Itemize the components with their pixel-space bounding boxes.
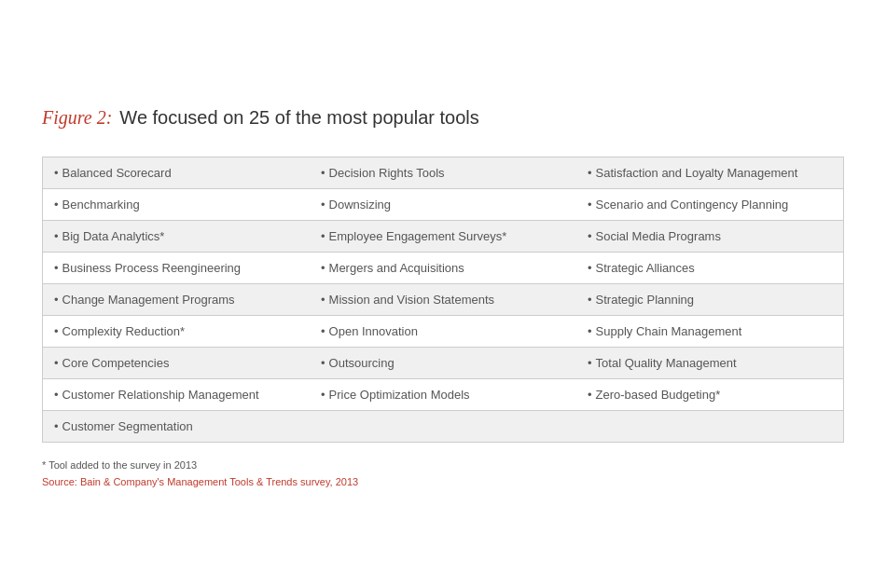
table-cell: •Core Competencies [43, 348, 310, 378]
bullet-icon: • [321, 198, 325, 212]
bullet-icon: • [588, 293, 592, 307]
bullet-icon: • [588, 324, 592, 338]
bullet-icon: • [321, 356, 325, 370]
table-cell: •Change Management Programs [43, 284, 310, 315]
table-cell: •Downsizing [310, 189, 576, 220]
page-title: We focused on 25 of the most popular too… [119, 107, 478, 129]
table-cell: •Satisfaction and Loyalty Management [576, 157, 843, 188]
cell-text: Zero-based Budgeting* [596, 388, 721, 402]
cell-text: Satisfaction and Loyalty Management [596, 166, 798, 180]
table-cell: •Mergers and Acquisitions [310, 253, 576, 283]
cell-text: Price Optimization Models [329, 388, 470, 402]
table-cell: •Scenario and Contingency Planning [576, 189, 843, 220]
bullet-icon: • [588, 261, 592, 275]
table-cell [576, 411, 843, 442]
table-row: •Core Competencies•Outsourcing•Total Qua… [43, 348, 843, 379]
title-row: Figure 2: We focused on 25 of the most p… [42, 107, 844, 129]
table-row: •Change Management Programs•Mission and … [43, 284, 843, 316]
cell-text: Balanced Scorecard [62, 166, 172, 180]
bullet-icon: • [54, 356, 59, 370]
bullet-icon: • [54, 166, 59, 180]
cell-text: Business Process Reengineering [62, 261, 242, 275]
bullet-icon: • [54, 293, 59, 307]
table-cell: •Total Quality Management [576, 348, 843, 378]
bullet-icon: • [588, 229, 592, 243]
page-container: Figure 2: We focused on 25 of the most p… [23, 79, 863, 509]
table-cell: •Open Innovation [310, 316, 576, 347]
table-cell: •Balanced Scorecard [43, 157, 310, 188]
table-cell: •Complexity Reduction* [43, 316, 310, 347]
cell-text: Downsizing [329, 198, 391, 212]
table-cell: •Business Process Reengineering [43, 253, 310, 283]
bullet-icon: • [321, 388, 325, 402]
cell-text: Benchmarking [62, 198, 140, 212]
cell-text: Mission and Vision Statements [329, 293, 495, 307]
table-cell: •Decision Rights Tools [310, 157, 576, 188]
bullet-icon: • [321, 261, 325, 275]
bullet-icon: • [321, 324, 325, 338]
table-cell: •Price Optimization Models [310, 379, 576, 410]
table-row: •Complexity Reduction*•Open Innovation•S… [43, 316, 843, 348]
table-row: •Business Process Reengineering•Mergers … [43, 253, 843, 284]
bullet-icon: • [54, 419, 59, 433]
cell-text: Customer Segmentation [62, 419, 193, 433]
cell-text: Scenario and Contingency Planning [596, 198, 789, 212]
cell-text: Employee Engagement Surveys* [329, 229, 507, 243]
bullet-icon: • [588, 198, 592, 212]
bullet-icon: • [54, 261, 59, 275]
table-row: •Balanced Scorecard•Decision Rights Tool… [43, 157, 843, 189]
cell-text: Big Data Analytics* [62, 229, 165, 243]
cell-text: Open Innovation [329, 324, 418, 338]
bullet-icon: • [54, 229, 59, 243]
bullet-icon: • [54, 198, 59, 212]
cell-text: Total Quality Management [596, 356, 737, 370]
table-cell: •Strategic Alliances [576, 253, 843, 283]
cell-text: Core Competencies [62, 356, 170, 370]
table-cell: •Supply Chain Management [576, 316, 843, 347]
cell-text: Change Management Programs [62, 293, 235, 307]
table-cell: •Employee Engagement Surveys* [310, 221, 576, 252]
table-cell: •Benchmarking [43, 189, 310, 220]
table-row: •Customer Relationship Management•Price … [43, 379, 843, 411]
cell-text: Social Media Programs [596, 229, 721, 243]
bullet-icon: • [54, 388, 59, 402]
cell-text: Strategic Alliances [596, 261, 695, 275]
table-cell [310, 411, 576, 442]
cell-text: Customer Relationship Management [62, 388, 259, 402]
cell-text: Outsourcing [329, 356, 395, 370]
bullet-icon: • [321, 229, 325, 243]
source-text: Source: Bain & Company's Management Tool… [42, 474, 844, 491]
cell-text: Mergers and Acquisitions [329, 261, 464, 275]
cell-text: Decision Rights Tools [329, 166, 445, 180]
bullet-icon: • [588, 388, 592, 402]
table-cell: •Strategic Planning [576, 284, 843, 315]
bullet-icon: • [588, 166, 592, 180]
table-cell: •Mission and Vision Statements [310, 284, 576, 315]
footnote-text: * Tool added to the survey in 2013 [42, 458, 844, 474]
tools-table: •Balanced Scorecard•Decision Rights Tool… [42, 157, 844, 443]
bullet-icon: • [321, 293, 325, 307]
table-row: •Customer Segmentation [43, 411, 843, 442]
bullet-icon: • [54, 324, 59, 338]
cell-text: Complexity Reduction* [62, 324, 186, 338]
table-cell: •Customer Segmentation [43, 411, 310, 442]
table-row: •Big Data Analytics*•Employee Engagement… [43, 221, 843, 253]
table-cell: •Social Media Programs [576, 221, 843, 252]
table-cell: •Outsourcing [310, 348, 576, 378]
footnote-section: * Tool added to the survey in 2013 Sourc… [42, 458, 844, 490]
figure-label: Figure 2: [42, 107, 112, 129]
table-cell: •Big Data Analytics* [43, 221, 310, 252]
table-cell: •Customer Relationship Management [43, 379, 310, 410]
bullet-icon: • [588, 356, 592, 370]
cell-text: Strategic Planning [596, 293, 695, 307]
cell-text: Supply Chain Management [596, 324, 742, 338]
bullet-icon: • [321, 166, 325, 180]
table-cell: •Zero-based Budgeting* [576, 379, 843, 410]
table-row: •Benchmarking•Downsizing•Scenario and Co… [43, 189, 843, 221]
